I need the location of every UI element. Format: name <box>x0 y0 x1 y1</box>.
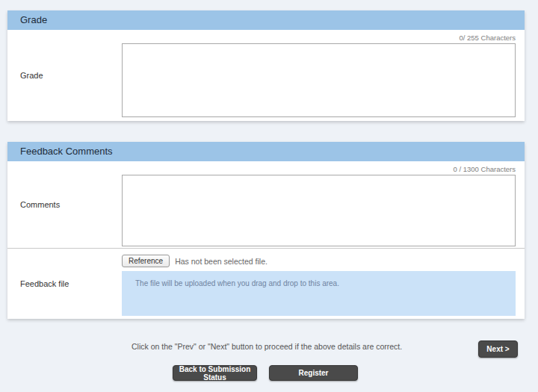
grade-field: 0/ 255 Characters <box>122 30 525 121</box>
register-button[interactable]: Register <box>269 365 358 381</box>
comments-textarea[interactable] <box>122 175 516 246</box>
feedback-file-label: Feedback file <box>7 249 122 319</box>
comments-field: 0 / 1300 Characters <box>122 161 525 248</box>
comments-char-counter: 0 / 1300 Characters <box>122 165 516 173</box>
feedback-file-field: Reference Has not been selected file. Th… <box>122 249 525 319</box>
file-status-text: Has not been selected file. <box>175 257 268 266</box>
proceed-instruction-text: Click on the "Prev" or "Next" button to … <box>132 341 402 352</box>
feedback-comments-section: Feedback Comments Comments 0 / 1300 Char… <box>7 142 525 319</box>
grade-section: Grade Grade 0/ 255 Characters <box>7 10 525 121</box>
feedback-file-row: Feedback file Reference Has not been sel… <box>7 248 525 319</box>
grade-row: Grade 0/ 255 Characters <box>7 30 525 121</box>
grade-char-counter: 0/ 255 Characters <box>122 34 516 42</box>
grade-textarea[interactable] <box>122 43 516 117</box>
comments-label: Comments <box>7 161 122 248</box>
grade-section-header: Grade <box>7 10 525 30</box>
file-select-line: Reference Has not been selected file. <box>122 255 516 267</box>
feedback-section-header: Feedback Comments <box>7 142 525 161</box>
grade-label: Grade <box>7 30 122 121</box>
comments-row: Comments 0 / 1300 Characters <box>7 161 525 248</box>
reference-button[interactable]: Reference <box>122 255 170 267</box>
back-to-submission-status-button[interactable]: Back to Submission Status <box>173 365 257 381</box>
file-dropzone[interactable]: The file will be uploaded when you drag … <box>122 271 516 316</box>
next-button[interactable]: Next > <box>478 340 518 358</box>
